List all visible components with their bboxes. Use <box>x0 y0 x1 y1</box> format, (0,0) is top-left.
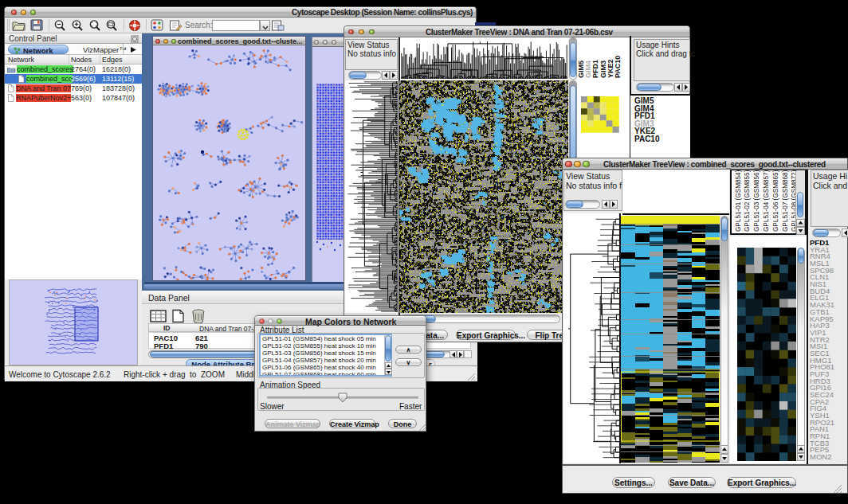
svg-text:MON2: MON2 <box>810 452 831 461</box>
svg-text:GPL51-01 (GSM854): GPL51-01 (GSM854) <box>735 170 742 232</box>
svg-text:GPL51-03 (GSM856): GPL51-03 (GSM856) <box>753 170 760 232</box>
svg-text:GPL51-06 (GSM865): GPL51-06 (GSM865) <box>772 170 779 232</box>
svg-text:GPL51-02 (GSM855): GPL51-02 (GSM855) <box>744 170 751 232</box>
svg-text:GPL51-04 (GSM857): GPL51-04 (GSM857) <box>763 170 770 232</box>
svg-text:PAC10: PAC10 <box>614 56 622 78</box>
svg-text:GPL51-07 (GSM868): GPL51-07 (GSM868) <box>782 170 789 232</box>
